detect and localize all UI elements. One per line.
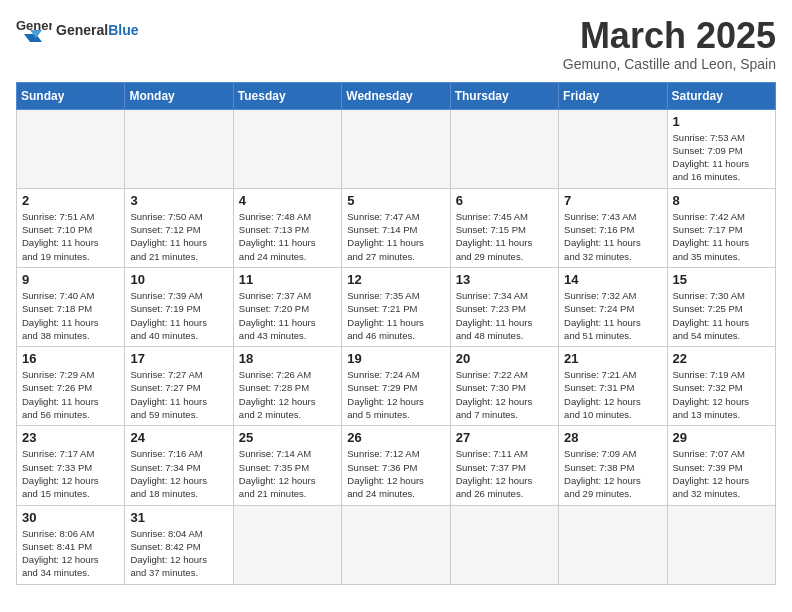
calendar-day-cell: 1Sunrise: 7:53 AMSunset: 7:09 PMDaylight… (667, 109, 775, 188)
calendar-day-cell (559, 505, 667, 584)
calendar-week-row: 23Sunrise: 7:17 AMSunset: 7:33 PMDayligh… (17, 426, 776, 505)
day-number: 21 (564, 351, 661, 366)
calendar-day-cell: 12Sunrise: 7:35 AMSunset: 7:21 PMDayligh… (342, 267, 450, 346)
calendar-day-cell: 26Sunrise: 7:12 AMSunset: 7:36 PMDayligh… (342, 426, 450, 505)
day-info: Sunrise: 7:29 AMSunset: 7:26 PMDaylight:… (22, 368, 119, 421)
day-number: 8 (673, 193, 770, 208)
day-info: Sunrise: 7:19 AMSunset: 7:32 PMDaylight:… (673, 368, 770, 421)
calendar-week-row: 16Sunrise: 7:29 AMSunset: 7:26 PMDayligh… (17, 347, 776, 426)
day-info: Sunrise: 7:26 AMSunset: 7:28 PMDaylight:… (239, 368, 336, 421)
day-info: Sunrise: 7:12 AMSunset: 7:36 PMDaylight:… (347, 447, 444, 500)
day-number: 24 (130, 430, 227, 445)
calendar-day-cell: 19Sunrise: 7:24 AMSunset: 7:29 PMDayligh… (342, 347, 450, 426)
calendar-day-cell: 23Sunrise: 7:17 AMSunset: 7:33 PMDayligh… (17, 426, 125, 505)
day-number: 5 (347, 193, 444, 208)
calendar-day-cell (450, 505, 558, 584)
day-info: Sunrise: 7:48 AMSunset: 7:13 PMDaylight:… (239, 210, 336, 263)
day-info: Sunrise: 7:53 AMSunset: 7:09 PMDaylight:… (673, 131, 770, 184)
weekday-header-sunday: Sunday (17, 82, 125, 109)
day-number: 19 (347, 351, 444, 366)
calendar-day-cell: 2Sunrise: 7:51 AMSunset: 7:10 PMDaylight… (17, 188, 125, 267)
calendar-day-cell: 9Sunrise: 7:40 AMSunset: 7:18 PMDaylight… (17, 267, 125, 346)
day-info: Sunrise: 7:40 AMSunset: 7:18 PMDaylight:… (22, 289, 119, 342)
day-info: Sunrise: 7:34 AMSunset: 7:23 PMDaylight:… (456, 289, 553, 342)
calendar-header-row: SundayMondayTuesdayWednesdayThursdayFrid… (17, 82, 776, 109)
calendar-day-cell: 27Sunrise: 7:11 AMSunset: 7:37 PMDayligh… (450, 426, 558, 505)
calendar-day-cell: 16Sunrise: 7:29 AMSunset: 7:26 PMDayligh… (17, 347, 125, 426)
day-number: 2 (22, 193, 119, 208)
day-number: 1 (673, 114, 770, 129)
calendar-day-cell: 11Sunrise: 7:37 AMSunset: 7:20 PMDayligh… (233, 267, 341, 346)
day-info: Sunrise: 7:39 AMSunset: 7:19 PMDaylight:… (130, 289, 227, 342)
day-info: Sunrise: 7:47 AMSunset: 7:14 PMDaylight:… (347, 210, 444, 263)
calendar-day-cell: 5Sunrise: 7:47 AMSunset: 7:14 PMDaylight… (342, 188, 450, 267)
day-number: 17 (130, 351, 227, 366)
calendar-day-cell: 4Sunrise: 7:48 AMSunset: 7:13 PMDaylight… (233, 188, 341, 267)
day-info: Sunrise: 7:14 AMSunset: 7:35 PMDaylight:… (239, 447, 336, 500)
calendar-week-row: 2Sunrise: 7:51 AMSunset: 7:10 PMDaylight… (17, 188, 776, 267)
month-title: March 2025 (563, 16, 776, 56)
day-number: 29 (673, 430, 770, 445)
calendar-day-cell: 31Sunrise: 8:04 AMSunset: 8:42 PMDayligh… (125, 505, 233, 584)
day-number: 12 (347, 272, 444, 287)
day-number: 20 (456, 351, 553, 366)
location-subtitle: Gemuno, Castille and Leon, Spain (563, 56, 776, 72)
day-number: 30 (22, 510, 119, 525)
calendar-day-cell: 28Sunrise: 7:09 AMSunset: 7:38 PMDayligh… (559, 426, 667, 505)
calendar-day-cell (125, 109, 233, 188)
generalblue-logo-icon: General (16, 16, 52, 44)
day-number: 15 (673, 272, 770, 287)
weekday-header-wednesday: Wednesday (342, 82, 450, 109)
calendar-day-cell: 22Sunrise: 7:19 AMSunset: 7:32 PMDayligh… (667, 347, 775, 426)
day-info: Sunrise: 7:24 AMSunset: 7:29 PMDaylight:… (347, 368, 444, 421)
calendar-day-cell: 30Sunrise: 8:06 AMSunset: 8:41 PMDayligh… (17, 505, 125, 584)
calendar-week-row: 1Sunrise: 7:53 AMSunset: 7:09 PMDaylight… (17, 109, 776, 188)
day-info: Sunrise: 7:22 AMSunset: 7:30 PMDaylight:… (456, 368, 553, 421)
day-info: Sunrise: 8:04 AMSunset: 8:42 PMDaylight:… (130, 527, 227, 580)
calendar-day-cell: 14Sunrise: 7:32 AMSunset: 7:24 PMDayligh… (559, 267, 667, 346)
day-info: Sunrise: 7:09 AMSunset: 7:38 PMDaylight:… (564, 447, 661, 500)
calendar-day-cell: 10Sunrise: 7:39 AMSunset: 7:19 PMDayligh… (125, 267, 233, 346)
day-number: 28 (564, 430, 661, 445)
day-number: 4 (239, 193, 336, 208)
day-info: Sunrise: 7:42 AMSunset: 7:17 PMDaylight:… (673, 210, 770, 263)
day-info: Sunrise: 7:30 AMSunset: 7:25 PMDaylight:… (673, 289, 770, 342)
calendar-week-row: 30Sunrise: 8:06 AMSunset: 8:41 PMDayligh… (17, 505, 776, 584)
header: General GeneralBlue March 2025 Gemuno, C… (16, 16, 776, 72)
day-number: 16 (22, 351, 119, 366)
day-info: Sunrise: 7:11 AMSunset: 7:37 PMDaylight:… (456, 447, 553, 500)
day-info: Sunrise: 7:50 AMSunset: 7:12 PMDaylight:… (130, 210, 227, 263)
calendar-day-cell (342, 109, 450, 188)
logo-text: GeneralBlue (56, 22, 138, 38)
day-info: Sunrise: 7:17 AMSunset: 7:33 PMDaylight:… (22, 447, 119, 500)
day-number: 27 (456, 430, 553, 445)
day-info: Sunrise: 7:21 AMSunset: 7:31 PMDaylight:… (564, 368, 661, 421)
weekday-header-friday: Friday (559, 82, 667, 109)
day-number: 7 (564, 193, 661, 208)
day-number: 6 (456, 193, 553, 208)
calendar-day-cell: 13Sunrise: 7:34 AMSunset: 7:23 PMDayligh… (450, 267, 558, 346)
day-number: 9 (22, 272, 119, 287)
day-number: 31 (130, 510, 227, 525)
calendar-day-cell: 18Sunrise: 7:26 AMSunset: 7:28 PMDayligh… (233, 347, 341, 426)
day-number: 25 (239, 430, 336, 445)
calendar-day-cell: 7Sunrise: 7:43 AMSunset: 7:16 PMDaylight… (559, 188, 667, 267)
calendar-day-cell: 15Sunrise: 7:30 AMSunset: 7:25 PMDayligh… (667, 267, 775, 346)
calendar-day-cell: 25Sunrise: 7:14 AMSunset: 7:35 PMDayligh… (233, 426, 341, 505)
calendar-day-cell (17, 109, 125, 188)
calendar-day-cell: 24Sunrise: 7:16 AMSunset: 7:34 PMDayligh… (125, 426, 233, 505)
logo: General GeneralBlue (16, 16, 138, 44)
calendar-day-cell: 20Sunrise: 7:22 AMSunset: 7:30 PMDayligh… (450, 347, 558, 426)
day-number: 26 (347, 430, 444, 445)
calendar-day-cell (233, 109, 341, 188)
day-info: Sunrise: 7:45 AMSunset: 7:15 PMDaylight:… (456, 210, 553, 263)
day-info: Sunrise: 7:07 AMSunset: 7:39 PMDaylight:… (673, 447, 770, 500)
day-number: 18 (239, 351, 336, 366)
calendar-day-cell: 29Sunrise: 7:07 AMSunset: 7:39 PMDayligh… (667, 426, 775, 505)
calendar-table: SundayMondayTuesdayWednesdayThursdayFrid… (16, 82, 776, 585)
title-area: March 2025 Gemuno, Castille and Leon, Sp… (563, 16, 776, 72)
calendar-day-cell: 3Sunrise: 7:50 AMSunset: 7:12 PMDaylight… (125, 188, 233, 267)
weekday-header-tuesday: Tuesday (233, 82, 341, 109)
calendar-day-cell (559, 109, 667, 188)
calendar-day-cell: 8Sunrise: 7:42 AMSunset: 7:17 PMDaylight… (667, 188, 775, 267)
